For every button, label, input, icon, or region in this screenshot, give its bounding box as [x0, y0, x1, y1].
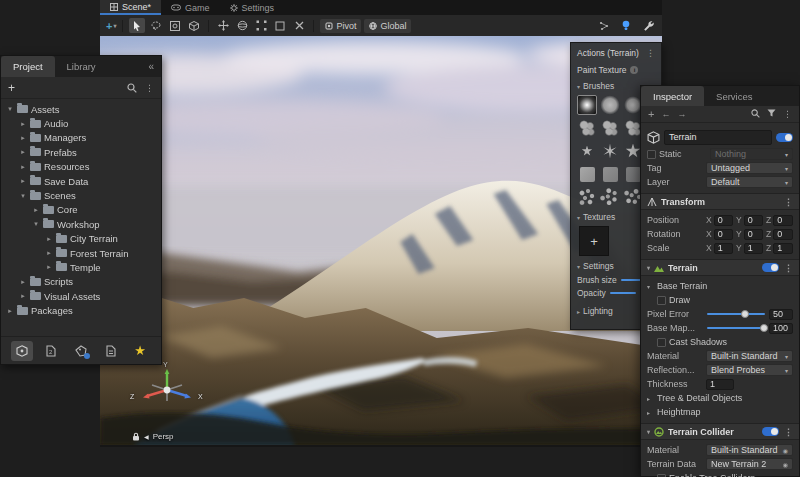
tree-item-city-terrain[interactable]: ▸City Terrain	[1, 232, 161, 246]
brush-tile[interactable]	[600, 118, 620, 138]
position-y-field[interactable]: 0	[744, 215, 763, 226]
projection-toggle[interactable]: ◀ Persp	[132, 432, 174, 441]
add-button[interactable]: +	[648, 108, 654, 120]
position-z-field[interactable]: 0	[773, 215, 793, 226]
global-toggle-button[interactable]: Global	[364, 19, 411, 33]
transform-component-header[interactable]: Transform ⋮	[641, 193, 799, 210]
position-x-field[interactable]: 0	[714, 215, 733, 226]
rotation-x-field[interactable]: 0	[714, 229, 733, 240]
tree-item-resources[interactable]: ▸Resources	[1, 160, 161, 174]
reflection-dropdown[interactable]: Blend Probes▾	[706, 364, 793, 376]
collider-enabled-toggle[interactable]	[762, 427, 779, 436]
tab-game[interactable]: Game	[161, 0, 220, 15]
tree-detail-foldout[interactable]: ▸ Tree & Detail Objects	[647, 391, 793, 405]
tree-item-visual-assets[interactable]: ▸Visual Assets	[1, 289, 161, 303]
scale-x-field[interactable]: 1	[714, 243, 733, 254]
terrain-enabled-toggle[interactable]	[762, 263, 779, 272]
select-tool-button[interactable]	[129, 18, 145, 33]
tab-settings[interactable]: Settings	[220, 0, 285, 15]
add-object-button[interactable]: +▾	[106, 20, 116, 32]
add-asset-button[interactable]: +	[8, 81, 15, 95]
favorites-button[interactable]: ★	[129, 341, 151, 361]
expander-icon[interactable]: ▾	[6, 105, 14, 113]
brush-tile[interactable]	[600, 141, 620, 161]
brush-tile[interactable]	[577, 164, 597, 184]
base-terrain-foldout[interactable]: ▾ Base Terrain	[647, 279, 793, 293]
transform-tool-button[interactable]	[291, 18, 307, 33]
project-menu-button[interactable]: ⋮	[145, 83, 154, 93]
rotate-tool-button[interactable]	[234, 18, 250, 33]
rect-tool-button[interactable]	[272, 18, 288, 33]
scale-z-field[interactable]: 1	[773, 243, 793, 254]
assets-view-button[interactable]	[11, 341, 33, 361]
expander-icon[interactable]: ▸	[6, 307, 14, 315]
terrain-data-field[interactable]: New Terrain 2◉	[706, 458, 793, 470]
tab-scene[interactable]: Scene*	[100, 0, 161, 15]
pivot-toggle-button[interactable]: Pivot	[320, 19, 361, 33]
brush-tile[interactable]	[577, 187, 597, 207]
brush-tile[interactable]	[596, 183, 624, 211]
move-tool-button[interactable]	[215, 18, 231, 33]
tree-item-managers[interactable]: ▸Managers	[1, 131, 161, 145]
tree-item-audio[interactable]: ▸Audio	[1, 116, 161, 130]
brush-tile[interactable]	[577, 141, 597, 161]
base-map-slider[interactable]	[707, 327, 765, 329]
component-menu-button[interactable]: ⋮	[784, 263, 793, 273]
inspector-menu-button[interactable]: ⋮	[783, 109, 792, 119]
component-menu-button[interactable]: ⋮	[784, 427, 793, 437]
expander-icon[interactable]: ▾	[19, 192, 27, 200]
expander-icon[interactable]: ▸	[32, 206, 40, 214]
tab-services[interactable]: Services	[704, 86, 764, 106]
cast-shadows-checkbox[interactable]	[657, 338, 666, 347]
expander-icon[interactable]: ▸	[19, 120, 27, 128]
static-checkbox[interactable]	[647, 150, 656, 159]
tree-item-assets[interactable]: ▾Assets	[1, 102, 161, 116]
material-dropdown[interactable]: Built-in Standard▾	[706, 350, 793, 362]
forward-icon[interactable]: →	[677, 109, 686, 119]
tree-item-core[interactable]: ▸Core	[1, 203, 161, 217]
scale-y-field[interactable]: 1	[744, 243, 763, 254]
terrain-component-header[interactable]: ▾ Terrain ⋮	[641, 259, 799, 276]
expander-icon[interactable]: ▸	[45, 235, 53, 243]
gameobject-active-toggle[interactable]	[776, 133, 793, 142]
draw-checkbox[interactable]	[657, 296, 666, 305]
static-flags-dropdown[interactable]: Nothing▾	[710, 148, 793, 160]
tree-item-save-data[interactable]: ▸Save Data	[1, 174, 161, 188]
tree-item-scenes[interactable]: ▾Scenes	[1, 188, 161, 202]
collapse-panel-button[interactable]: «	[141, 56, 161, 77]
expander-icon[interactable]: ▾	[32, 220, 40, 228]
cube-tool-button[interactable]	[186, 18, 202, 33]
scale-tool-button[interactable]	[253, 18, 269, 33]
labels-view-button[interactable]	[70, 341, 92, 361]
tree-item-prefabs[interactable]: ▸Prefabs	[1, 145, 161, 159]
enable-tree-colliders-checkbox[interactable]	[657, 474, 666, 477]
tag-dropdown[interactable]: Untagged▾	[706, 162, 793, 174]
heightmap-foldout[interactable]: ▸ Heightmap	[647, 405, 793, 419]
tree-item-forest-terrain[interactable]: ▸Forest Terrain	[1, 246, 161, 260]
expander-icon[interactable]: ▸	[19, 134, 27, 142]
lasso-tool-button[interactable]	[148, 18, 164, 33]
scenes-view-button[interactable]: 2	[40, 341, 62, 361]
expander-icon[interactable]: ▸	[19, 177, 27, 185]
orientation-gizmo[interactable]: Y Z X	[130, 367, 204, 427]
tab-project[interactable]: Project	[1, 56, 55, 77]
pixel-error-slider[interactable]	[707, 313, 765, 315]
collider-material-field[interactable]: Built-in Standard◉	[706, 444, 793, 456]
rotation-y-field[interactable]: 0	[744, 229, 763, 240]
expander-icon[interactable]: ▸	[45, 263, 53, 271]
expander-icon[interactable]: ▸	[19, 292, 27, 300]
info-icon[interactable]: i	[630, 66, 638, 74]
component-menu-button[interactable]: ⋮	[784, 197, 793, 207]
expander-icon[interactable]: ▸	[19, 148, 27, 156]
expander-icon[interactable]: ▸	[19, 278, 27, 286]
tree-item-packages[interactable]: ▸Packages	[1, 303, 161, 317]
opacity-slider[interactable]	[610, 292, 636, 294]
brush-soft-selected[interactable]	[577, 95, 597, 115]
tree-item-scripts[interactable]: ▸Scripts	[1, 275, 161, 289]
scene-tools-button[interactable]	[640, 18, 656, 33]
base-map-value-field[interactable]: 100	[769, 323, 793, 334]
tab-inspector[interactable]: Inspector	[641, 86, 704, 106]
pixel-error-value-field[interactable]: 50	[769, 309, 793, 320]
back-icon[interactable]: ←	[661, 109, 670, 119]
terrain-collider-component-header[interactable]: ▾ Terrain Collider ⋮	[641, 423, 799, 440]
